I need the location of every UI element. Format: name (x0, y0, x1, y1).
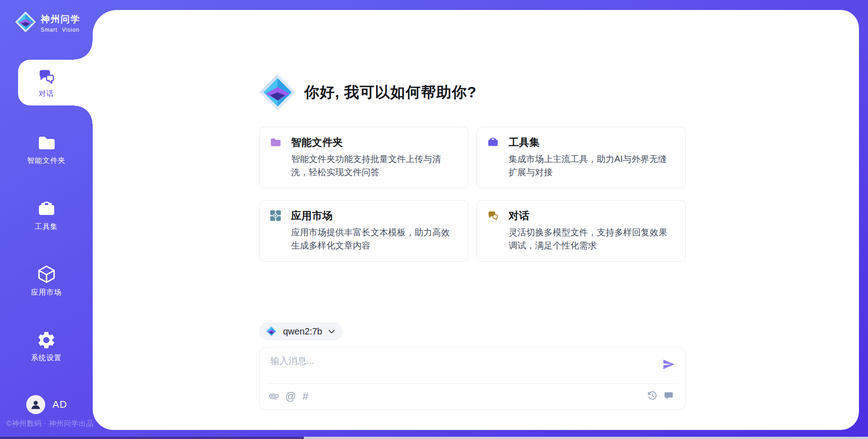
sidebar-item-toolset[interactable]: 工具集 (0, 199, 93, 232)
tab-fillet-bottom (75, 105, 93, 124)
model-name: qwen2:7b (283, 326, 322, 337)
composer-divider (267, 383, 678, 384)
folder-icon (37, 133, 57, 153)
greeting-title: 你好, 我可以如何帮助你? (304, 82, 477, 103)
chat-solid-icon (664, 391, 674, 401)
sidebar-item-settings[interactable]: 系统设置 (0, 330, 93, 363)
user-account[interactable]: AD (26, 395, 67, 414)
message-input[interactable] (270, 355, 632, 381)
history-button[interactable] (647, 391, 657, 401)
avatar (26, 395, 45, 414)
card-app-market[interactable]: 应用市场 应用市场提供丰富长文本模板，助力高效生成多样化文章内容 (259, 200, 468, 262)
attach-button[interactable] (269, 392, 278, 401)
chat-bubbles-icon (487, 210, 499, 222)
chat-bubbles-icon (37, 67, 56, 86)
feature-cards: 智能文件夹 智能文件夹功能支持批量文件上传与清洗，轻松实现文件问答 工具集 集成… (259, 127, 686, 262)
tab-fillet-top (75, 42, 93, 60)
card-chat[interactable]: 对话 灵活切换多模型文件，支持多样回复效果调试，满足个性化需求 (476, 200, 686, 262)
sidebar-item-smart-folder[interactable]: 智能文件夹 (0, 133, 93, 166)
sidebar-item-label: 系统设置 (31, 353, 62, 363)
folder-icon (269, 136, 282, 148)
hash-icon: # (302, 390, 308, 403)
composer-tools-left: @ # (269, 390, 308, 403)
brand-subtitle: Smart Vision (41, 27, 80, 33)
person-icon (30, 399, 42, 410)
card-description: 集成市场上主流工具，助力AI与外界无缝扩展与对接 (509, 153, 675, 179)
gear-icon (36, 330, 57, 350)
copyright-footer: ©神州数码 · 神州问学出品 (6, 419, 94, 429)
card-toolset[interactable]: 工具集 集成市场上主流工具，助力AI与外界无缝扩展与对接 (476, 127, 686, 188)
greeting-block: 你好, 我可以如何帮助你? (259, 74, 477, 111)
card-description: 应用市场提供丰富长文本模板，助力高效生成多样化文章内容 (291, 226, 458, 252)
model-diamond-icon (265, 325, 277, 337)
composer-tools-right (647, 391, 674, 401)
sidebar-item-label: 工具集 (35, 222, 58, 232)
paperclip-icon (268, 390, 280, 403)
topic-button[interactable]: # (302, 390, 308, 403)
model-selector[interactable]: qwen2:7b (259, 322, 343, 340)
message-composer: @ # (259, 348, 686, 410)
brand-diamond-icon (15, 11, 36, 33)
cube-icon (36, 264, 57, 285)
history-icon (647, 391, 657, 401)
at-icon: @ (285, 390, 296, 403)
card-description: 智能文件夹功能支持批量文件上传与清洗，轻松实现文件问答 (291, 153, 458, 179)
card-title: 应用市场 (291, 209, 333, 223)
sidebar-item-label: 智能文件夹 (27, 156, 66, 166)
user-initials: AD (52, 399, 67, 410)
brand-diamond-icon (259, 74, 296, 111)
brand-block: 神州问学 Smart Vision (15, 11, 80, 33)
brand-name: 神州问学 (41, 13, 80, 25)
card-smart-folder[interactable]: 智能文件夹 智能文件夹功能支持批量文件上传与清洗，轻松实现文件问答 (259, 127, 468, 188)
sidebar-item-label: 应用市场 (31, 288, 62, 297)
mention-button[interactable]: @ (285, 390, 296, 403)
sidebar-item-label: 对话 (39, 89, 54, 99)
new-chat-button[interactable] (664, 391, 674, 401)
card-description: 灵活切换多模型文件，支持多样回复效果调试，满足个性化需求 (509, 226, 675, 252)
card-title: 工具集 (509, 135, 540, 149)
chevron-down-icon (328, 329, 335, 334)
apps-icon (269, 210, 282, 222)
send-button[interactable] (662, 358, 675, 372)
main-panel: 你好, 我可以如何帮助你? 智能文件夹 智能文件夹功能支持批量文件上传与清洗，轻… (93, 10, 859, 430)
card-title: 智能文件夹 (291, 135, 343, 149)
send-icon (662, 358, 675, 371)
briefcase-icon (487, 136, 499, 148)
sidebar-item-app-market[interactable]: 应用市场 (0, 264, 93, 297)
briefcase-icon (37, 199, 57, 219)
window-bottom-edge (0, 437, 868, 439)
card-title: 对话 (509, 209, 529, 223)
sidebar-item-chat[interactable]: 对话 (0, 67, 93, 99)
